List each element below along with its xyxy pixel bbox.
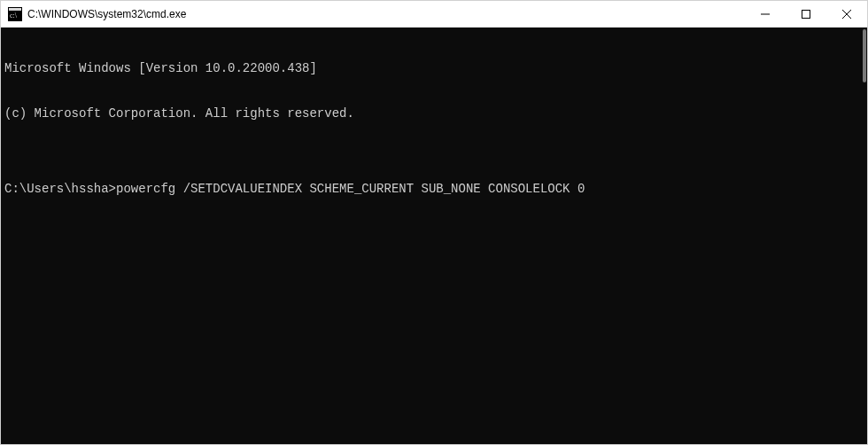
svg-rect-1: [9, 8, 21, 11]
cmd-icon: c:\: [8, 7, 22, 21]
prompt-text: C:\Users\hssha>: [4, 182, 116, 196]
scroll-thumb[interactable]: [863, 29, 866, 82]
minimize-button[interactable]: [745, 1, 786, 27]
maximize-button[interactable]: [786, 1, 826, 27]
terminal-line: Microsoft Windows [Version 10.0.22000.43…: [4, 61, 862, 76]
svg-rect-4: [802, 11, 810, 19]
window-title: C:\WINDOWS\system32\cmd.exe: [27, 8, 186, 20]
vertical-scrollbar[interactable]: [862, 27, 867, 444]
window-controls: [745, 1, 867, 27]
titlebar[interactable]: c:\ C:\WINDOWS\system32\cmd.exe: [1, 1, 867, 27]
close-button[interactable]: [826, 1, 867, 27]
cmd-window: c:\ C:\WINDOWS\system32\cmd.exe Microsof…: [0, 0, 868, 445]
terminal-line: (c) Microsoft Corporation. All rights re…: [4, 106, 862, 121]
svg-text:c:\: c:\: [10, 12, 18, 20]
text-cursor: [585, 183, 592, 196]
typed-command: powercfg /SETDCVALUEINDEX SCHEME_CURRENT…: [116, 182, 585, 196]
terminal-area[interactable]: Microsoft Windows [Version 10.0.22000.43…: [1, 27, 867, 444]
prompt-line: C:\Users\hssha>powercfg /SETDCVALUEINDEX…: [4, 182, 862, 197]
